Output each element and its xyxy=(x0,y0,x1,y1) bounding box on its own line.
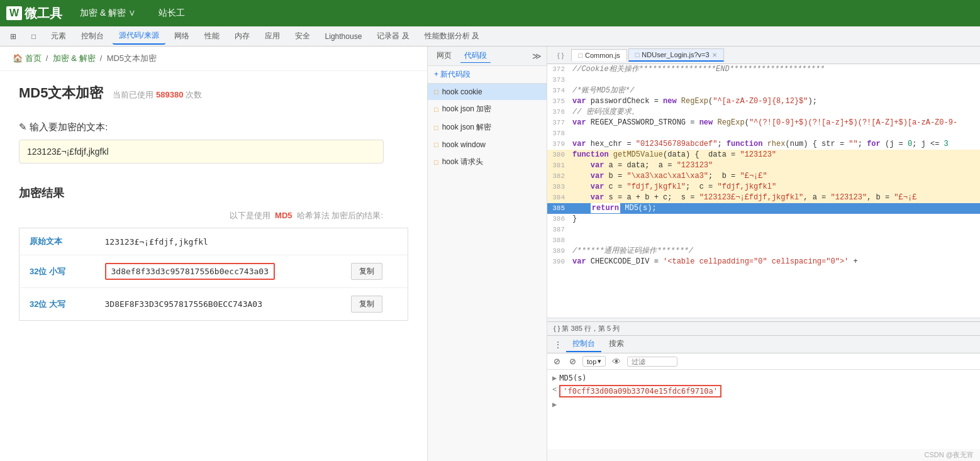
table-row: 32位 大写 3D8EF8F33D3C957817556B0ECC743A03 … xyxy=(19,288,408,321)
code-line: 375 var passwordCheck = new RegExp("^[a-… xyxy=(547,96,980,107)
breadcrumb-current: MD5文本加密 xyxy=(107,53,157,63)
right-arrow-icon[interactable]: ▶ xyxy=(552,400,557,409)
result-note: 以下是使用 MD5 哈希算法 加密后的结果: xyxy=(19,210,408,221)
list-item[interactable]: □ hook json 解密 xyxy=(428,118,547,136)
sidebar-tab-page[interactable]: 网页 xyxy=(433,49,455,63)
devtools-tab-perf-insights[interactable]: 性能数据分析 及 xyxy=(418,28,486,44)
nav-encrypt-decrypt[interactable]: 加密 & 解密 ∨ xyxy=(75,8,141,19)
code-tab-nduser[interactable]: □ NDUser_Login.js?v=3 ✕ xyxy=(628,48,724,62)
original-value: 123123£¬¡£fdjf,jkgfkl xyxy=(105,237,208,247)
list-item[interactable]: □ hook window xyxy=(428,136,547,153)
nav-webmaster[interactable]: 站长工 xyxy=(153,8,190,19)
table-row: 32位 小写 3d8ef8f33d3c957817556b0ecc743a03 … xyxy=(19,255,408,288)
sidebar-more-icon[interactable]: ≫ xyxy=(532,51,542,61)
footer-credit: CSDN @夜无宵 xyxy=(547,449,980,461)
devtools-tab-performance[interactable]: 性能 xyxy=(198,28,226,44)
devtools-tab-console[interactable]: 控制台 xyxy=(75,28,110,44)
expand-arrow-icon[interactable]: ▶ xyxy=(552,374,557,382)
copy-button-32lower[interactable]: 复制 xyxy=(351,263,382,280)
devtools-tab-application[interactable]: 应用 xyxy=(259,28,286,44)
sidebar-tab-snippets[interactable]: 代码段 xyxy=(460,49,491,63)
code-line: 372 //Cookie相关操作*****************END****… xyxy=(547,64,980,75)
devtools-tab-elements[interactable]: 元素 xyxy=(45,28,72,44)
line-content: /******通用验证码操作*******/ xyxy=(570,246,980,257)
devtools-panel: 网页 代码段 ≫ + 新代码段 □ hook cookie □ hook jso xyxy=(428,47,980,461)
code-line: 380 function getMD5Value(data) { data = … xyxy=(547,150,980,160)
list-item[interactable]: □ hook 请求头 xyxy=(428,153,547,171)
close-icon[interactable]: ✕ xyxy=(712,52,717,58)
devtools-icon-device[interactable]: □ xyxy=(25,30,42,43)
sidebar-tabs: 网页 代码段 xyxy=(433,49,491,63)
console-area: ⋮ 控制台 搜索 ⊘ ⊘ top ▾ 👁 xyxy=(547,335,980,461)
usage-prefix: 当前已使用 xyxy=(113,90,153,99)
line-content: var CHECKCODE_DIV = '<table cellpadding=… xyxy=(570,257,980,267)
code-line: 381 var a = data; a = "123123" xyxy=(547,160,980,171)
file-name: hook window xyxy=(442,140,486,149)
filter-input[interactable] xyxy=(627,357,677,367)
algo-name: MD5 xyxy=(275,211,292,220)
code-line-active: 385 return MD5(s); xyxy=(547,203,980,214)
line-number: 382 xyxy=(547,171,570,182)
devtools-tab-security[interactable]: 安全 xyxy=(289,28,316,44)
console-tab-console[interactable]: 控制台 xyxy=(566,336,601,352)
devtools-tab-recorder[interactable]: 记录器 及 xyxy=(370,28,415,44)
line-number: 373 xyxy=(547,75,570,86)
site-logo[interactable]: W 微工具 xyxy=(6,5,62,22)
file-icon: □ xyxy=(434,106,438,113)
table-row: 原始文本 123123£¬¡£fdjf,jkgfkl xyxy=(19,228,408,255)
new-snippet-button[interactable]: + 新代码段 xyxy=(428,66,547,84)
breadcrumb-home-link[interactable]: 首页 xyxy=(25,53,42,63)
console-more-icon[interactable]: ⋮ xyxy=(551,338,565,351)
result-title: 加密结果 xyxy=(19,179,408,201)
result-value-32upper-cell: 3D8EF8F33D3C957817556B0ECC743A03 xyxy=(95,288,341,321)
encrypt-input[interactable] xyxy=(19,140,384,164)
result-value-original: 123123£¬¡£fdjf,jkgfkl xyxy=(95,228,341,255)
input-section: ✎ 输入要加密的文本: xyxy=(19,121,408,164)
file-icon: □ xyxy=(434,141,438,148)
line-number: 384 xyxy=(547,192,570,203)
top-navigation: W 微工具 加密 & 解密 ∨ 站长工 xyxy=(0,0,980,26)
code-tab-common[interactable]: □ Common.js xyxy=(571,49,626,61)
eye-icon[interactable]: 👁 xyxy=(610,355,623,368)
devtools-top-bar: ⊞ □ 元素 控制台 源代码/来源 网络 性能 内存 应用 安全 Lightho… xyxy=(0,26,980,47)
list-item[interactable]: □ hook json 加密 xyxy=(428,100,547,118)
breadcrumb-section-link[interactable]: 加密 & 解密 xyxy=(53,53,96,63)
line-number: 374 xyxy=(547,86,570,96)
line-number: 387 xyxy=(547,225,570,235)
code-editor[interactable]: 372 //Cookie相关操作*****************END****… xyxy=(547,64,980,318)
line-number: 375 xyxy=(547,96,570,107)
line-number: 379 xyxy=(547,139,570,150)
devtools-tab-memory[interactable]: 内存 xyxy=(228,28,256,44)
code-line: 379 var hex_chr = "0123456789abcdef"; fu… xyxy=(547,139,980,150)
list-item[interactable]: □ hook cookie xyxy=(428,84,547,100)
page-title: MD5文本加密 xyxy=(19,84,103,103)
devtools-tab-lighthouse[interactable]: Lighthouse xyxy=(319,30,369,43)
console-tab-search[interactable]: 搜索 xyxy=(603,336,630,352)
nav-links: 加密 & 解密 ∨ 站长工 xyxy=(75,8,974,19)
prohibit-icon[interactable]: ⊘ xyxy=(551,355,563,367)
line-number: 383 xyxy=(547,182,570,192)
line-number: 377 xyxy=(547,118,570,128)
result-label-32lower: 32位 小写 xyxy=(19,255,95,288)
file-icon: □ xyxy=(434,124,438,131)
copy-button-32upper[interactable]: 复制 xyxy=(351,296,382,313)
line-number: 381 xyxy=(547,160,570,171)
main-area: 🏠 首页 / 加密 & 解密 / MD5文本加密 MD5文本加密 当前已使用 5… xyxy=(0,47,980,461)
devtools-tab-network[interactable]: 网络 xyxy=(168,28,196,44)
top-selector[interactable]: top ▾ xyxy=(582,356,606,367)
code-line: 387 xyxy=(547,225,980,235)
devtools-icon-elements[interactable]: ⊞ xyxy=(4,30,23,43)
line-content: //Cookie相关操作*****************END********… xyxy=(570,64,980,75)
line-number: 378 xyxy=(547,128,570,139)
dropdown-arrow-icon: ▾ xyxy=(598,357,601,365)
block-icon[interactable]: ⊘ xyxy=(567,355,579,367)
breadcrumb-home-icon: 🏠 xyxy=(13,53,23,63)
file-sidebar: 网页 代码段 ≫ + 新代码段 □ hook cookie □ hook jso xyxy=(428,47,547,461)
left-arrow-icon: < xyxy=(552,385,557,394)
line-number: 386 xyxy=(547,214,570,225)
result-label-original: 原始文本 xyxy=(19,228,95,255)
devtools-tab-sources[interactable]: 源代码/来源 xyxy=(113,28,165,45)
code-tab-nduser-label: NDUser_Login.js?v=3 xyxy=(642,51,709,58)
code-tabs-bar: { } □ Common.js □ NDUser_Login.js?v=3 ✕ xyxy=(547,47,980,64)
line-content: var c = "fdjf,jkgfkl"; c = "fdjf,jkgfkl" xyxy=(570,182,980,192)
